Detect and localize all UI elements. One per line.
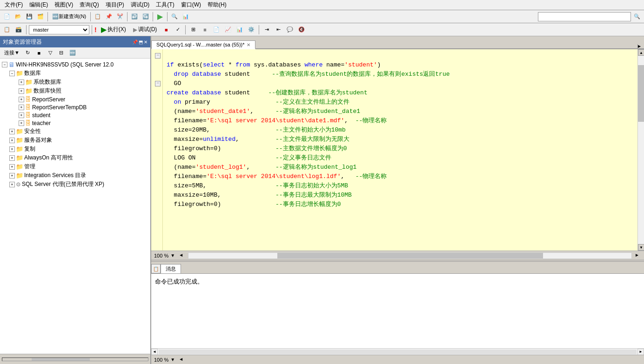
tb-parse[interactable]: ✓: [173, 25, 183, 35]
student-expand[interactable]: +: [19, 113, 24, 118]
student-db-node[interactable]: + 🗄 student: [0, 111, 150, 119]
results-scroll-left[interactable]: ◄: [151, 349, 158, 355]
tab-close-icon[interactable]: ✕: [247, 42, 250, 47]
toggle-4[interactable]: −: [155, 81, 161, 86]
tb-indent[interactable]: ⇥: [262, 25, 272, 35]
menu-tools[interactable]: 工具(T): [153, 0, 177, 10]
security-folder[interactable]: + 📁 安全性: [0, 127, 150, 136]
search-input[interactable]: [538, 12, 631, 21]
server-node[interactable]: − 🖥 WIN-HRK9N8SSV5D (SQL Server 12.0: [0, 60, 150, 69]
new-explorer-button[interactable]: 🆕: [67, 48, 78, 58]
tb-results-file[interactable]: 📄: [211, 25, 221, 35]
alwayson-folder[interactable]: + 📁 AlwaysOn 高可用性: [0, 153, 150, 162]
system-db-expand[interactable]: +: [19, 79, 24, 85]
tb-uncomment[interactable]: 🔇: [296, 25, 307, 35]
menu-debug[interactable]: 调试(D): [128, 0, 153, 10]
security-expand[interactable]: +: [9, 129, 15, 134]
zoom-dropdown-btn[interactable]: ▼: [170, 252, 177, 259]
results-tab-icon[interactable]: 📋: [151, 264, 161, 273]
menu-window[interactable]: 窗口(W): [178, 0, 204, 10]
sql-agent-node[interactable]: + ⚙ SQL Server 代理(已禁用代理 XP): [0, 180, 150, 189]
tb-obj-explorer[interactable]: 📋: [2, 25, 12, 35]
tb-misc1[interactable]: 🔍: [169, 12, 180, 22]
management-expand[interactable]: +: [9, 164, 15, 170]
tb-cut[interactable]: ✂️: [115, 12, 125, 22]
dock-icon[interactable]: ⬒: [139, 40, 143, 45]
server-objects-expand[interactable]: +: [9, 138, 15, 143]
tb-outdent[interactable]: ⇤: [273, 25, 283, 35]
results-zoom-dropdown[interactable]: ▼: [170, 357, 177, 363]
tb-results-text[interactable]: ≡: [200, 25, 210, 35]
menu-query[interactable]: 查询(Q): [77, 0, 101, 10]
menu-edit[interactable]: 编辑(E): [27, 0, 51, 10]
tb-db-diagram[interactable]: 🗃️: [13, 25, 24, 35]
tb-undo[interactable]: ↩️: [129, 12, 140, 22]
tb-run[interactable]: ▶: [155, 12, 165, 22]
management-folder[interactable]: + 📁 管理: [0, 162, 150, 171]
sql-agent-expand[interactable]: +: [9, 182, 15, 187]
tb-paste[interactable]: 📌: [104, 12, 114, 22]
tab-scroll-right[interactable]: ▶: [637, 44, 644, 48]
replication-expand[interactable]: +: [9, 146, 15, 152]
tb-save[interactable]: 💾: [24, 12, 34, 22]
tb-client-stats[interactable]: 📊: [235, 25, 245, 35]
menu-view[interactable]: 视图(V): [52, 0, 76, 10]
reportservertempdb-node[interactable]: + 🗄 ReportServerTempDB: [0, 103, 150, 111]
collapse-button[interactable]: ⊟: [56, 48, 67, 58]
teacher-db-node[interactable]: + 🗄 teacher: [0, 119, 150, 127]
editor-scroll[interactable]: − −: [151, 49, 637, 251]
reportserver-node[interactable]: + 🗄 ReportServer: [0, 95, 150, 103]
filter-button[interactable]: ▽: [45, 48, 55, 58]
scroll-down-btn[interactable]: ▼: [638, 244, 644, 251]
horizontal-scrollbar[interactable]: [188, 252, 632, 259]
teacher-expand[interactable]: +: [19, 120, 24, 126]
toggle-1[interactable]: −: [155, 53, 161, 59]
stop-button[interactable]: ■: [34, 48, 44, 58]
tb-search[interactable]: 🔍: [632, 12, 642, 22]
integration-folder[interactable]: + 📁 Integration Services 目录: [0, 171, 150, 180]
tab-right-icon[interactable]: ▶: [638, 44, 644, 48]
tb-exec-plan[interactable]: 📈: [223, 25, 233, 35]
tb-results-grid[interactable]: ⊞: [188, 25, 198, 35]
left-scrollbar-h[interactable]: [2, 357, 148, 361]
menu-project[interactable]: 项目(P): [103, 0, 127, 10]
databases-expand-icon[interactable]: −: [9, 71, 15, 76]
server-objects-folder[interactable]: + 📁 服务器对象: [0, 136, 150, 145]
pin-icon[interactable]: 📌: [132, 40, 138, 45]
zoom-minus-icon[interactable]: ◄: [179, 252, 185, 259]
tb-new[interactable]: 📄: [2, 12, 12, 22]
scroll-up-btn[interactable]: ▲: [638, 49, 644, 56]
tb-redo[interactable]: ↪️: [141, 12, 151, 22]
reportservertempdb-expand[interactable]: +: [19, 105, 24, 110]
db-snapshot-expand[interactable]: +: [19, 88, 24, 94]
replication-folder[interactable]: + 📁 复制: [0, 145, 150, 153]
query-tab[interactable]: SQLQuery1.sql - W....master (sa (55))* ✕: [151, 40, 255, 49]
connect-button[interactable]: 连接▼: [2, 48, 22, 58]
reportserver-expand[interactable]: +: [19, 97, 24, 102]
tb-stop[interactable]: ■: [161, 25, 171, 35]
close-explorer-icon[interactable]: ✕: [144, 40, 148, 45]
alwayson-expand[interactable]: +: [9, 155, 15, 161]
debug-button[interactable]: ▶ 调试(D): [130, 25, 160, 34]
results-scroll-right[interactable]: ►: [637, 349, 644, 355]
editor-right-scrollbar[interactable]: ▲ ▼: [637, 49, 644, 251]
tb-open[interactable]: 📂: [13, 12, 23, 22]
databases-folder[interactable]: − 📁 数据库: [0, 69, 150, 78]
menu-file[interactable]: 文件(F): [2, 0, 26, 10]
db-snapshot-folder[interactable]: + 📁 数据库快照: [0, 86, 150, 95]
tb-new-query[interactable]: 🆕 新建查询(N): [50, 12, 88, 22]
messages-tab[interactable]: 消息: [161, 264, 181, 273]
refresh-button[interactable]: ↻: [23, 48, 33, 58]
code-editor[interactable]: if exists(select * from sys.databases wh…: [163, 49, 637, 251]
execute-button[interactable]: ▶ 执行(X): [98, 24, 129, 35]
tb-query-opts[interactable]: ⚙️: [246, 25, 256, 35]
system-db-folder[interactable]: + 📁 系统数据库: [0, 78, 150, 86]
tb-misc2[interactable]: 📊: [181, 12, 191, 22]
results-scroll-left2[interactable]: ◄: [179, 357, 185, 363]
zoom-plus-icon[interactable]: ►: [635, 252, 641, 259]
menu-help[interactable]: 帮助(H): [205, 0, 229, 10]
tb-comment[interactable]: 💬: [285, 25, 295, 35]
results-h-scrollbar[interactable]: [159, 350, 637, 354]
server-expand-icon[interactable]: −: [2, 62, 7, 67]
tb-save-all[interactable]: 🗂️: [35, 12, 46, 22]
